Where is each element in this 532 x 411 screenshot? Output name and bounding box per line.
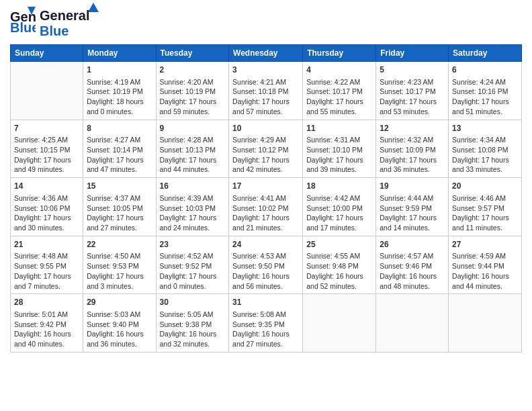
cell-info: Sunrise: 4:20 AMSunset: 10:19 PMDaylight… [160,77,226,117]
cell-info: Sunrise: 4:32 AMSunset: 10:09 PMDaylight… [380,135,445,175]
day-number: 14 [14,181,79,192]
calendar-cell: 28Sunrise: 5:01 AMSunset: 9:42 PMDayligh… [11,294,83,353]
cell-info: Sunrise: 4:27 AMSunset: 10:14 PMDaylight… [87,135,152,175]
day-number: 16 [160,181,226,192]
day-number: 27 [452,239,518,250]
page: General Blue General Blue [0,0,532,411]
calendar-cell [303,294,376,353]
day-number: 12 [380,123,445,134]
calendar-cell: 20Sunrise: 4:46 AMSunset: 9:57 PMDayligh… [449,178,522,236]
calendar-cell: 18Sunrise: 4:42 AMSunset: 10:00 PMDaylig… [303,178,376,236]
svg-text:Blue: Blue [10,20,36,35]
calendar-cell: 26Sunrise: 4:57 AMSunset: 9:46 PMDayligh… [376,236,449,294]
calendar-cell: 29Sunrise: 5:03 AMSunset: 9:40 PMDayligh… [83,294,156,353]
day-number: 22 [87,239,152,250]
day-number: 3 [232,64,299,76]
day-header-tuesday: Tuesday [156,45,229,62]
cell-info: Sunrise: 4:22 AMSunset: 10:17 PMDaylight… [306,77,372,117]
calendar-cell: 24Sunrise: 4:53 AMSunset: 9:50 PMDayligh… [229,236,303,294]
cell-info: Sunrise: 4:37 AMSunset: 10:05 PMDaylight… [87,193,152,233]
week-row-4: 21Sunrise: 4:48 AMSunset: 9:55 PMDayligh… [11,236,522,294]
cell-info: Sunrise: 4:34 AMSunset: 10:08 PMDaylight… [452,135,518,175]
calendar-cell: 3Sunrise: 4:21 AMSunset: 10:18 PMDayligh… [229,62,303,120]
calendar-cell: 7Sunrise: 4:25 AMSunset: 10:15 PMDayligh… [11,120,83,178]
calendar-table: SundayMondayTuesdayWednesdayThursdayFrid… [10,44,522,353]
day-number: 19 [380,181,445,192]
calendar-cell: 22Sunrise: 4:50 AMSunset: 9:53 PMDayligh… [83,236,156,294]
calendar-cell [11,62,83,120]
day-number: 7 [14,123,79,134]
cell-info: Sunrise: 4:39 AMSunset: 10:03 PMDaylight… [160,193,226,233]
cell-info: Sunrise: 4:52 AMSunset: 9:52 PMDaylight:… [160,251,226,291]
cell-info: Sunrise: 4:21 AMSunset: 10:18 PMDaylight… [232,77,299,117]
day-number: 4 [306,64,372,76]
calendar-cell: 11Sunrise: 4:31 AMSunset: 10:10 PMDaylig… [303,120,376,178]
cell-info: Sunrise: 4:41 AMSunset: 10:02 PMDaylight… [232,193,299,233]
cell-info: Sunrise: 5:03 AMSunset: 9:40 PMDaylight:… [87,310,152,349]
day-number: 6 [452,64,518,76]
cell-info: Sunrise: 4:25 AMSunset: 10:15 PMDaylight… [14,135,79,175]
logo-blue: Blue [40,24,69,38]
day-number: 31 [232,297,299,308]
cell-info: Sunrise: 4:31 AMSunset: 10:10 PMDaylight… [306,135,372,175]
week-row-2: 7Sunrise: 4:25 AMSunset: 10:15 PMDayligh… [11,120,522,178]
cell-info: Sunrise: 4:28 AMSunset: 10:13 PMDaylight… [160,135,226,175]
calendar-cell: 6Sunrise: 4:24 AMSunset: 10:16 PMDayligh… [449,62,522,120]
day-number: 28 [14,297,79,308]
calendar-cell: 9Sunrise: 4:28 AMSunset: 10:13 PMDayligh… [156,120,229,178]
day-number: 1 [87,64,152,76]
logo: General Blue General Blue [10,7,89,39]
cell-info: Sunrise: 4:24 AMSunset: 10:16 PMDaylight… [452,77,518,117]
logo-icon: General Blue [10,7,36,35]
day-number: 30 [160,297,226,308]
day-number: 13 [452,123,518,134]
cell-info: Sunrise: 4:50 AMSunset: 9:53 PMDaylight:… [87,251,152,291]
day-number: 15 [87,181,152,192]
day-number: 11 [306,123,372,134]
cell-info: Sunrise: 4:36 AMSunset: 10:06 PMDaylight… [14,193,79,233]
day-number: 29 [87,297,152,308]
calendar-cell: 19Sunrise: 4:44 AMSunset: 9:59 PMDayligh… [376,178,449,236]
cell-info: Sunrise: 4:29 AMSunset: 10:12 PMDaylight… [232,135,299,175]
cell-info: Sunrise: 4:53 AMSunset: 9:50 PMDaylight:… [232,251,299,291]
calendar-cell: 12Sunrise: 4:32 AMSunset: 10:09 PMDaylig… [376,120,449,178]
day-number: 5 [380,64,445,76]
calendar-cell: 2Sunrise: 4:20 AMSunset: 10:19 PMDayligh… [156,62,229,120]
calendar-cell [376,294,449,353]
week-row-3: 14Sunrise: 4:36 AMSunset: 10:06 PMDaylig… [11,178,522,236]
calendar-cell [449,294,522,353]
day-number: 9 [160,123,226,134]
calendar-cell: 21Sunrise: 4:48 AMSunset: 9:55 PMDayligh… [11,236,83,294]
week-row-5: 28Sunrise: 5:01 AMSunset: 9:42 PMDayligh… [11,294,522,353]
day-header-monday: Monday [83,45,156,62]
cell-info: Sunrise: 4:59 AMSunset: 9:44 PMDaylight:… [452,251,518,291]
day-number: 8 [87,123,152,134]
days-header-row: SundayMondayTuesdayWednesdayThursdayFrid… [11,45,522,62]
day-number: 20 [452,181,518,192]
day-header-wednesday: Wednesday [229,45,303,62]
day-number: 10 [232,123,299,134]
cell-info: Sunrise: 4:57 AMSunset: 9:46 PMDaylight:… [380,251,445,291]
calendar-cell: 1Sunrise: 4:19 AMSunset: 10:19 PMDayligh… [83,62,156,120]
cell-info: Sunrise: 4:19 AMSunset: 10:19 PMDaylight… [87,77,152,117]
calendar-cell: 27Sunrise: 4:59 AMSunset: 9:44 PMDayligh… [449,236,522,294]
day-number: 18 [306,181,372,192]
calendar-cell: 10Sunrise: 4:29 AMSunset: 10:12 PMDaylig… [229,120,303,178]
cell-info: Sunrise: 4:42 AMSunset: 10:00 PMDaylight… [306,193,372,233]
calendar-cell: 25Sunrise: 4:55 AMSunset: 9:48 PMDayligh… [303,236,376,294]
cell-info: Sunrise: 5:01 AMSunset: 9:42 PMDaylight:… [14,310,79,349]
calendar-cell: 15Sunrise: 4:37 AMSunset: 10:05 PMDaylig… [83,178,156,236]
calendar-cell: 14Sunrise: 4:36 AMSunset: 10:06 PMDaylig… [11,178,83,236]
calendar-cell: 17Sunrise: 4:41 AMSunset: 10:02 PMDaylig… [229,178,303,236]
cell-info: Sunrise: 4:44 AMSunset: 9:59 PMDaylight:… [380,193,445,233]
day-number: 24 [232,239,299,250]
header: General Blue General Blue [10,7,522,39]
day-header-thursday: Thursday [303,45,376,62]
calendar-cell: 5Sunrise: 4:23 AMSunset: 10:17 PMDayligh… [376,62,449,120]
day-header-friday: Friday [376,45,449,62]
cell-info: Sunrise: 4:46 AMSunset: 9:57 PMDaylight:… [452,193,518,233]
week-row-1: 1Sunrise: 4:19 AMSunset: 10:19 PMDayligh… [11,62,522,120]
day-number: 23 [160,239,226,250]
day-header-saturday: Saturday [449,45,522,62]
day-number: 25 [306,239,372,250]
